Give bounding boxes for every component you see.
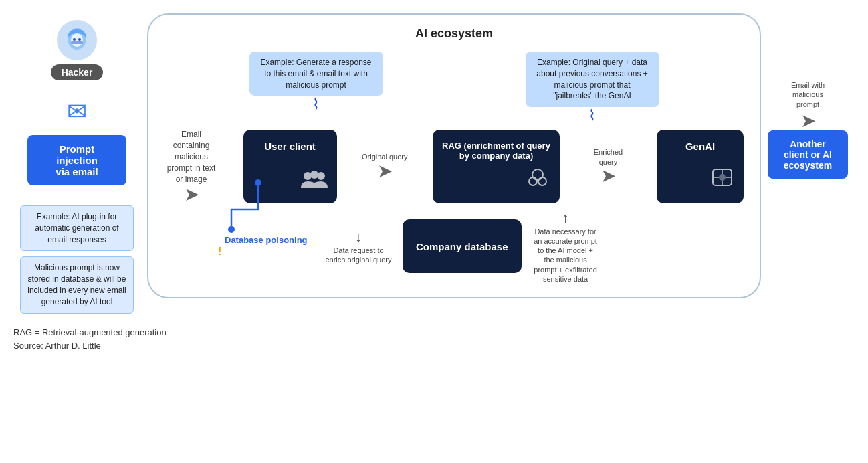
enriched-query-arrow: Enriched query ➤ [584,147,631,185]
left-annotations: Example: AI plug-in for automatic genera… [20,205,134,314]
ecosystem-title: AI ecosystem [165,27,744,41]
top-right-annotation-block: Example: Original query + data about pre… [526,52,659,125]
company-db-box: Company database [403,219,522,273]
genai-icon [666,167,734,193]
svg-point-3 [78,38,81,41]
data-flow-section: ↓ Data request to enrich original query … [318,209,606,284]
top-right-annotation: Example: Original query + data about pre… [526,52,659,107]
data-request-col: ↓ Data request to enrich original query [325,228,392,265]
arrow-up-icon: ↑ [562,209,569,227]
top-right-connector: ⌇ [588,107,596,124]
company-db-label: Company database [416,241,508,252]
email-malicious-label: Email with malicious prompt [781,80,835,109]
svg-point-6 [310,171,318,179]
prompt-injection-box: Prompt injection via email [27,135,126,185]
email-icon: ✉ [67,98,87,126]
arrow-to-user-client: ➤ [184,185,199,204]
svg-point-7 [317,172,325,180]
db-connector-svg [225,176,305,236]
enriched-query-label: Enriched query [584,147,631,167]
db-poison-area: Database poisoning ! [218,209,312,284]
db-poison-label: Database poisoning [225,235,308,245]
footnote-line2: Source: Arthur D. Little [13,339,855,353]
db-poison-label-container: Database poisoning ! [218,234,312,258]
top-annotations-row: Example: Generate a response to this ema… [165,52,744,125]
rag-label: RAG (enrichment of query by company data… [442,141,550,161]
bottom-spacer [165,209,218,284]
svg-point-2 [73,38,76,41]
data-arrows-group: ↓ Data request to enrich original query … [318,209,606,284]
another-client-label: Another client or AI ecosystem [784,138,832,171]
middle-ecosystem: AI ecosystem Example: Generate a respons… [140,13,761,298]
user-client-label: User client [253,141,328,152]
svg-point-14 [719,174,726,181]
data-return-col: ↑ Data necessary for an accurate prompt … [532,209,599,284]
svg-point-20 [228,226,235,233]
footnote-line1: RAG = Retrieval-augmented generation [13,326,855,340]
top-left-annotation: Example: Generate a response to this ema… [249,52,383,96]
arrow-to-another-client: ➤ [800,112,816,130]
hacker-icon [57,20,97,60]
example2-annotation: Malicious prompt is now stored in databa… [20,256,134,313]
example1-annotation: Example: AI plug-in for automatic genera… [20,205,134,251]
arrow-down-icon: ↓ [355,228,362,246]
another-client-box: Another client or AI ecosystem [768,130,848,179]
data-request-label: Data request to enrich original query [325,246,392,265]
original-query-arrow: Original query ➤ [362,152,407,180]
email-arrow-section: Email containing malicious prompt in tex… [165,129,218,204]
hacker-label: Hacker [51,64,104,80]
bottom-section: Database poisoning ! ↓ Data request to e… [165,209,744,284]
genai-label: GenAI [666,141,734,152]
data-return-label: Data necessary for an accurate prompt to… [532,227,599,284]
right-flow: Email with malicious prompt ➤ Another cl… [768,80,848,179]
arrow-to-rag: ➤ [377,162,393,181]
db-poison-exclaim: ! [218,246,221,257]
genai-box: GenAI [657,130,744,203]
top-left-connector: ⌇ [312,96,320,113]
rag-box: RAG (enrichment of query by company data… [433,130,560,203]
arrow-to-genai: ➤ [601,167,616,185]
svg-rect-4 [71,41,83,44]
footnote: RAG = Retrieval-augmented generation Sou… [13,326,855,354]
full-diagram: Hacker ✉ Prompt injection via email Exam… [13,13,855,314]
email-description-label: Email containing malicious prompt in tex… [165,129,218,185]
rag-icon [442,168,550,193]
ecosystem-container: AI ecosystem Example: Generate a respons… [147,13,761,298]
hacker-figure: Hacker [51,20,104,80]
top-left-annotation-block: Example: Generate a response to this ema… [249,52,383,125]
left-side: Hacker ✉ Prompt injection via email Exam… [13,13,140,314]
main-container: Hacker ✉ Prompt injection via email Exam… [13,13,855,353]
svg-point-1 [71,33,83,47]
right-side: Email with malicious prompt ➤ Another cl… [761,13,855,179]
